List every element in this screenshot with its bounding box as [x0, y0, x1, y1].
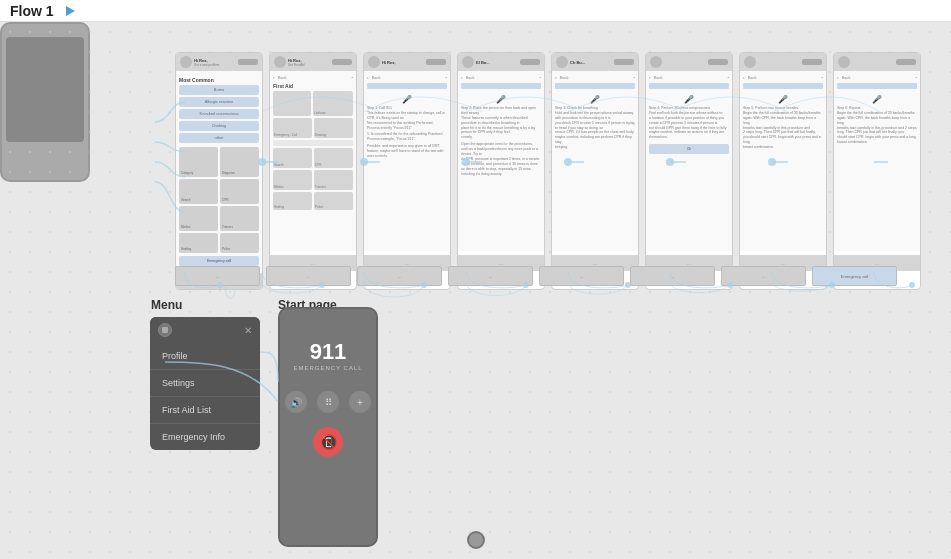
screen-card-2[interactable]: Hi Rex, Get First Aid ‹ Back • First Aid… [269, 52, 357, 290]
card5-header: Ch Bu... [552, 53, 638, 71]
card8-mic: 🎤 [837, 95, 917, 104]
play-button[interactable] [62, 2, 80, 20]
unconscious-btn[interactable]: Knocked unconscious [179, 109, 259, 119]
card1-header: Hi Rex, Got a new problem [176, 53, 262, 71]
emergency-phone-mockup: 911 EMERGENCY CALL 🔊 ⠿ + 📵 [278, 307, 378, 547]
play-icon [66, 6, 75, 16]
card7-header [740, 53, 826, 71]
most-common-title: Most Common [179, 77, 259, 83]
screen-card-5[interactable]: Ch Bu... ‹Back• 🎤 Step 3: Check for brea… [551, 52, 639, 290]
bottom-card-7: ... [721, 266, 806, 286]
speaker-button[interactable]: 🔊 [285, 391, 307, 413]
bottom-card-8: Emergency call [812, 266, 897, 286]
left-phone-frame [0, 22, 90, 182]
card7-mic: 🎤 [743, 95, 823, 104]
card2-header: Hi Rex, Get First Aid [270, 53, 356, 71]
card2-nav: ‹ Back • [273, 74, 353, 80]
add-call-button[interactable]: + [349, 391, 371, 413]
card3-header: Hi Rex, [364, 53, 450, 71]
menu-header-icons [158, 323, 172, 337]
card8-header [834, 53, 920, 71]
menu-item-firstaid[interactable]: First Aid List [150, 397, 260, 424]
card5-mic: 🎤 [555, 95, 635, 104]
bottom-card-4: ... [448, 266, 533, 286]
keypad-button[interactable]: ⠿ [317, 391, 339, 413]
choking-btn[interactable]: Choking [179, 121, 259, 131]
menu-panel[interactable]: ✕ Profile Settings First Aid List Emerge… [150, 317, 260, 450]
other-btn[interactable]: other [179, 133, 259, 143]
phone-screen [6, 37, 84, 142]
bottom-cards-row: ... ... ... ... ... ... ... Emergency ca… [175, 266, 897, 286]
bottom-card-6: ... [630, 266, 715, 286]
flow-title: Flow 1 [10, 3, 54, 19]
card4-header: El Bo... [458, 53, 544, 71]
menu-header: ✕ [150, 317, 260, 343]
screen-card-6[interactable]: ‹Back• 🎤 Step 4: Perform 30 chest compre… [645, 52, 733, 290]
card3-mic: 🎤 [367, 95, 447, 104]
phone-controls: 🔊 ⠿ + [285, 391, 371, 413]
card6-mic: 🎤 [649, 95, 729, 104]
menu-label: Menu [151, 298, 182, 312]
card2-body: ‹ Back • First Aid List/view Emergency -… [270, 71, 356, 251]
screen-card-1[interactable]: Hi Rex, Got a new problem Most Common Bu… [175, 52, 263, 290]
menu-close-button[interactable]: ✕ [244, 325, 252, 336]
bottom-card-2: ... [266, 266, 351, 286]
card3-body: ‹Back• 🎤 Step 1: Call 911This feature ex… [364, 71, 450, 251]
svg-rect-14 [162, 327, 168, 333]
phone-home-button [467, 531, 485, 549]
card4-mic: 🎤 [461, 95, 541, 104]
card5-body: ‹Back• 🎤 Step 3: Check for breathingHold… [552, 71, 638, 251]
screen-card-8[interactable]: ‹Back• 🎤 Step 6: RepeatBegin the the ful… [833, 52, 921, 290]
screen-card-3[interactable]: Hi Rex, ‹Back• 🎤 Step 1: Call 911This fe… [363, 52, 451, 290]
top-cards-row: Hi Rex, Got a new problem Most Common Bu… [175, 52, 921, 290]
screen-card-7[interactable]: ‹Back• 🎤 Step 5: Perform two rescue brea… [739, 52, 827, 290]
canvas: Hi Rex, Got a new problem Most Common Bu… [0, 22, 951, 559]
emergency-label: EMERGENCY CALL [293, 365, 362, 371]
card7-body: ‹Back• 🎤 Step 5: Perform two rescue brea… [740, 71, 826, 251]
card1-body: Most Common Burns Allergic reaction Knoc… [176, 71, 262, 269]
card6-body: ‹Back• 🎤 Step 4: Perform 30 chest compre… [646, 71, 732, 251]
menu-item-profile[interactable]: Profile [150, 343, 260, 370]
screen-card-4[interactable]: El Bo... ‹Back• 🎤 Step 2: Place the pers… [457, 52, 545, 290]
menu-item-settings[interactable]: Settings [150, 370, 260, 397]
card4-body: ‹Back• 🎤 Step 2: Place the person on the… [458, 71, 544, 251]
bottom-card-3: ... [357, 266, 442, 286]
emergency-number: 911 [310, 339, 347, 365]
menu-icon-circle-1 [158, 323, 172, 337]
burns-btn[interactable]: Burns [179, 85, 259, 95]
bottom-card-5: ... [539, 266, 624, 286]
card6-header [646, 53, 732, 71]
header: Flow 1 [0, 0, 951, 22]
end-call-button[interactable]: 📵 [313, 427, 343, 457]
allergic-btn[interactable]: Allergic reaction [179, 97, 259, 107]
menu-item-emergency[interactable]: Emergency Info [150, 424, 260, 450]
bottom-card-1: ... [175, 266, 260, 286]
card8-body: ‹Back• 🎤 Step 6: RepeatBegin the the ful… [834, 71, 920, 251]
